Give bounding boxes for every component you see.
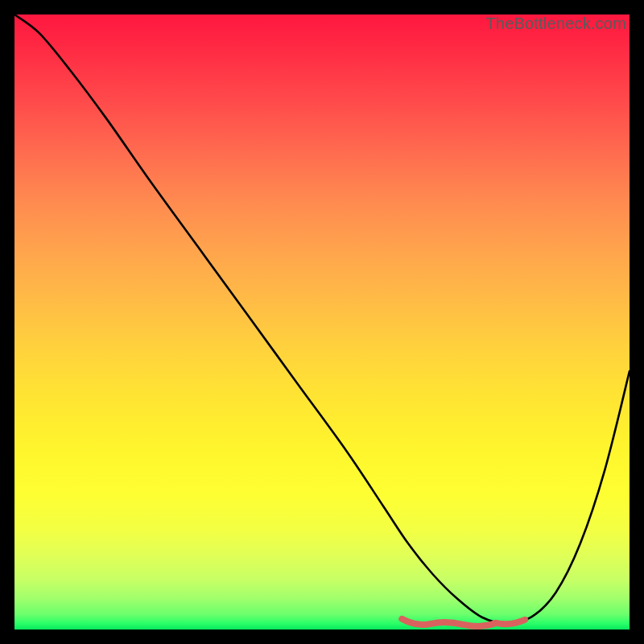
chart-frame: TheBottleneck.com xyxy=(14,14,630,630)
plot-area: TheBottleneck.com xyxy=(14,14,630,630)
watermark-text: TheBottleneck.com xyxy=(485,14,626,33)
bottleneck-curve xyxy=(14,14,630,630)
